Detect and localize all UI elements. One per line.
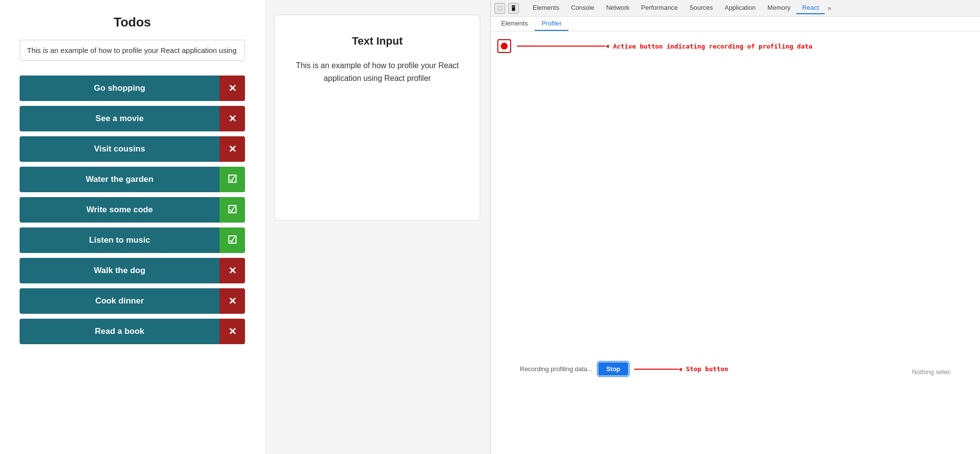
record-annotation-arrow: Active button indicating recording of pr… (517, 43, 812, 50)
text-input-content: This is an example of how to profile you… (294, 59, 460, 84)
inspect-icon[interactable]: ⬚ (494, 3, 505, 14)
todo-delete-button[interactable] (220, 288, 245, 314)
todo-done-button[interactable] (220, 167, 245, 192)
todo-item: Listen to music (20, 227, 245, 253)
todo-label: Visit cousins (20, 136, 220, 162)
todos-panel: Todos Go shoppingSee a movieVisit cousin… (0, 0, 265, 454)
text-input-card: Text Input This is an example of how to … (274, 15, 480, 221)
todo-item: Read a book (20, 319, 245, 344)
device-icon[interactable]: 📱 (508, 3, 519, 14)
todo-label: Write some code (20, 197, 220, 223)
devtools-tabs-row: Elements Console Network Performance Sou… (527, 2, 976, 14)
todo-label: Listen to music (20, 227, 220, 253)
todo-delete-button[interactable] (220, 106, 245, 131)
todo-delete-button[interactable] (220, 136, 245, 162)
todo-label: See a movie (20, 106, 220, 131)
todo-done-button[interactable] (220, 197, 245, 223)
todo-delete-button[interactable] (220, 258, 245, 283)
stop-annotation-text: Stop button (686, 365, 728, 373)
todo-item: Write some code (20, 197, 245, 223)
record-button[interactable] (497, 39, 511, 53)
todo-list: Go shoppingSee a movieVisit cousinsWater… (20, 76, 245, 344)
tab-more[interactable]: » (825, 2, 834, 14)
tab-memory[interactable]: Memory (761, 2, 796, 14)
tab-console[interactable]: Console (565, 2, 600, 14)
todo-delete-button[interactable] (220, 76, 245, 101)
devtools-toolbar: ⬚ 📱 Elements Console Network Performance… (490, 0, 980, 17)
stop-annotation-arrow: Stop button (634, 365, 728, 373)
subtab-elements[interactable]: Elements (494, 17, 535, 31)
tab-performance[interactable]: Performance (636, 2, 684, 14)
text-input-panel: Text Input This is an example of how to … (265, 0, 490, 454)
devtools-icon-group: ⬚ 📱 (494, 3, 519, 14)
record-arrow-line (517, 43, 610, 50)
todo-item: Water the garden (20, 167, 245, 192)
todo-label: Cook dinner (20, 288, 220, 314)
todos-title: Todos (20, 15, 245, 30)
recording-row: Recording profiling data... Stop Stop bu… (520, 362, 728, 376)
todo-item: Cook dinner (20, 288, 245, 314)
record-row: Active button indicating recording of pr… (495, 36, 975, 56)
todo-delete-button[interactable] (220, 319, 245, 344)
tab-network[interactable]: Network (600, 2, 636, 14)
todos-input[interactable] (20, 40, 245, 61)
todo-item: Go shopping (20, 76, 245, 101)
tab-react[interactable]: React (796, 2, 825, 14)
todo-label: Walk the dog (20, 258, 220, 283)
todo-item: Walk the dog (20, 258, 245, 283)
tab-sources[interactable]: Sources (684, 2, 719, 14)
todo-label: Read a book (20, 319, 220, 344)
record-annotation-text: Active button indicating recording of pr… (613, 43, 812, 50)
subtab-profiler[interactable]: Profiler (535, 17, 568, 31)
todo-label: Water the garden (20, 167, 220, 192)
tab-elements[interactable]: Elements (527, 2, 565, 14)
tab-application[interactable]: Application (719, 2, 762, 14)
devtools-panel: ⬚ 📱 Elements Console Network Performance… (490, 0, 980, 454)
devtools-content: Active button indicating recording of pr… (490, 31, 980, 454)
devtools-subtabs: Elements Profiler (490, 17, 980, 31)
todo-item: See a movie (20, 106, 245, 131)
nothing-selected-text: Nothing selec (912, 368, 951, 376)
text-input-title: Text Input (294, 35, 460, 48)
recording-status-text: Recording profiling data... (520, 365, 592, 373)
stop-arrow-line (634, 366, 683, 373)
todo-item: Visit cousins (20, 136, 245, 162)
todo-label: Go shopping (20, 76, 220, 101)
record-dot (501, 43, 508, 50)
stop-button[interactable]: Stop (598, 362, 628, 376)
todo-done-button[interactable] (220, 227, 245, 253)
